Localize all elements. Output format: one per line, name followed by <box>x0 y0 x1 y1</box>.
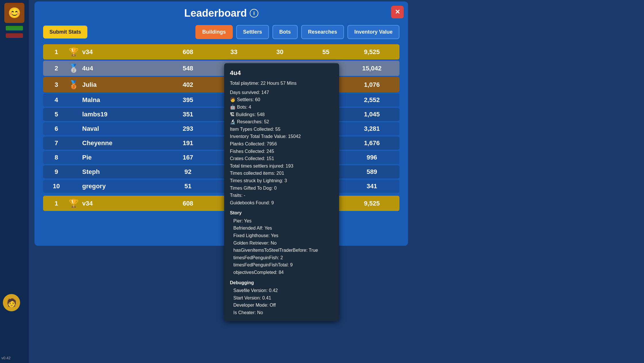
inventory-col: 3,281 <box>349 125 395 132</box>
rank-cell: 3 <box>48 81 65 89</box>
table-row[interactable]: 5 lambs19 351 17 22 1,045 <box>43 108 399 121</box>
tooltip-playtime: Total playtime: 22 Hours 57 Mins <box>230 80 333 87</box>
tooltip-buildings: 🏗 Buildings: 548 <box>230 111 333 118</box>
tooltip-researches: 🔬 Researches: 52 <box>230 118 333 126</box>
leaderboard-list: 1 🏆 v34 608 33 30 55 9,525 2 🥈 4u4 548 6… <box>43 44 399 211</box>
inventory-col: 1,076 <box>349 81 395 89</box>
tooltip-alf: Befriended Alf: Yes <box>230 224 333 232</box>
player-name: Cheyenne <box>82 139 165 147</box>
tooltip-lightning: Times struck by Lightning: 3 <box>230 177 333 185</box>
rank-cell: 4 <box>48 96 65 104</box>
inventory-col: 996 <box>349 154 395 161</box>
rank-cell: 7 <box>48 139 65 147</box>
buildings-col: 351 <box>165 111 211 118</box>
tooltip-dev-mode: Developer Mode: Off <box>230 301 333 309</box>
tab-buildings[interactable]: Buildings <box>195 25 233 39</box>
trophy-icon: 🥈 <box>65 64 82 73</box>
researches-col: 55 <box>303 48 349 56</box>
buildings-col: 402 <box>165 81 211 89</box>
table-row[interactable]: 9 Steph 92 1 13 589 <box>43 165 399 178</box>
player-name: gregory <box>82 183 165 190</box>
player-tooltip: 4u4 Total playtime: 22 Hours 57 Mins Day… <box>224 63 339 321</box>
table-row[interactable]: 1 🏆 v34 608 33 55 9,525 <box>43 196 399 211</box>
inventory-col: 1,045 <box>349 111 395 118</box>
health-bar <box>6 26 23 30</box>
tooltip-settlers: 🧑 Settlers: 60 <box>230 96 333 103</box>
player-name: Naval <box>82 125 165 132</box>
tooltip-days: Days survived: 147 <box>230 89 333 96</box>
buildings-col: 92 <box>165 168 211 176</box>
table-row[interactable]: 8 Pie 167 6 0 15 996 <box>43 151 399 164</box>
buildings-col: 608 <box>165 200 211 207</box>
tooltip-pier: Pier: Yes <box>230 217 333 225</box>
tab-researches[interactable]: Researches <box>301 25 344 39</box>
rank-cell: 1 <box>48 200 65 207</box>
tooltip-player-name: 4u4 <box>230 68 333 78</box>
buildings-col: 395 <box>165 96 211 104</box>
inventory-col: 15,042 <box>349 65 395 72</box>
toolbar: Submit Stats Buildings Settlers Bots Res… <box>43 25 399 39</box>
leaderboard-modal: Leaderboard i ✕ Submit Stats Buildings S… <box>34 1 408 246</box>
secondary-bar <box>6 33 23 38</box>
rank-cell: 2 <box>48 65 65 72</box>
inventory-col: 1,676 <box>349 139 395 147</box>
table-row[interactable]: 10 gregory 51 0 5 341 <box>43 180 399 193</box>
inventory-col: 341 <box>349 183 395 190</box>
tooltip-injured: Total times settlers injured: 193 <box>230 162 333 170</box>
bots-col: 30 <box>257 48 303 56</box>
tooltip-start-version: Start Version: 0.41 <box>230 294 333 302</box>
modal-title-bar: Leaderboard i <box>43 7 399 19</box>
settlers-col: 33 <box>211 48 257 56</box>
tooltip-inventory-value: Inventory Total Trade Value: 15042 <box>230 133 333 140</box>
buildings-col: 608 <box>165 48 211 56</box>
buildings-col: 191 <box>165 139 211 147</box>
player-name: lambs19 <box>82 111 165 118</box>
left-panel: 😊 🧑 v0.42 <box>0 0 29 363</box>
buildings-col: 167 <box>165 154 211 161</box>
tooltip-savefile: Savefile Version: 0.42 <box>230 287 333 294</box>
rank-cell: 9 <box>48 168 65 176</box>
tab-inventory-value[interactable]: Inventory Value <box>347 25 399 39</box>
table-row[interactable]: 1 🏆 v34 608 33 30 55 9,525 <box>43 44 399 59</box>
player-name: Malna <box>82 96 165 104</box>
inventory-col: 2,552 <box>349 96 395 104</box>
tooltip-fishes: Fishes Collected: 245 <box>230 148 333 155</box>
tab-settlers[interactable]: Settlers <box>236 25 269 39</box>
table-row[interactable]: 2 🥈 4u4 548 60 4 52 15,042 <box>43 61 399 76</box>
tooltip-penguins-total: timesFedPenguinFishTotal: 9 <box>230 261 333 269</box>
player-name: v34 <box>82 200 165 207</box>
info-icon[interactable]: i <box>250 9 258 18</box>
tab-bots[interactable]: Bots <box>272 25 298 39</box>
player-name: 4u4 <box>82 65 165 72</box>
tooltip-golden: Golden Retriever: No <box>230 239 333 247</box>
player-name: Pie <box>82 154 165 161</box>
inventory-col: 589 <box>349 168 395 176</box>
player-name: Steph <box>82 168 165 176</box>
trophy-icon: 🏆 <box>65 47 82 57</box>
buildings-col: 293 <box>165 125 211 132</box>
tooltip-bots: 🤖 Bots: 4 <box>230 103 333 111</box>
buildings-col: 548 <box>165 65 211 72</box>
buildings-col: 51 <box>165 183 211 190</box>
rank-cell: 6 <box>48 125 65 132</box>
trophy-icon: 🏆 <box>65 199 82 208</box>
tooltip-traits: Traits: - <box>230 192 333 199</box>
rank-cell: 10 <box>48 183 65 190</box>
table-row[interactable]: 4 Malna 395 18 0 30 2,552 <box>43 93 399 107</box>
tooltip-cheater: Is Cheater: No <box>230 309 333 316</box>
tooltip-crates: Crates Collected: 151 <box>230 155 333 162</box>
table-row[interactable]: 7 Cheyenne 191 6 0 10 1,676 <box>43 137 399 150</box>
tooltip-given-items: hasGivenItemsToSteelTraderBefore: True <box>230 247 333 254</box>
rank-cell: 8 <box>48 154 65 161</box>
player-name: Julia <box>82 81 165 89</box>
tooltip-item-types: Item Types Collected: 55 <box>230 126 333 133</box>
inventory-col: 9,525 <box>349 200 395 207</box>
close-button[interactable]: ✕ <box>391 6 404 18</box>
player-name: v34 <box>82 48 165 56</box>
bottom-avatar: 🧑 <box>3 294 20 311</box>
table-row[interactable]: 6 Naval 293 10 49 3,281 <box>43 122 399 135</box>
submit-stats-button[interactable]: Submit Stats <box>43 26 87 39</box>
rank-cell: 1 <box>48 48 65 56</box>
tooltip-debug-header: Debugging <box>230 279 333 287</box>
table-row[interactable]: 3 🥉 Julia 402 37 41 1,076 <box>43 77 399 92</box>
